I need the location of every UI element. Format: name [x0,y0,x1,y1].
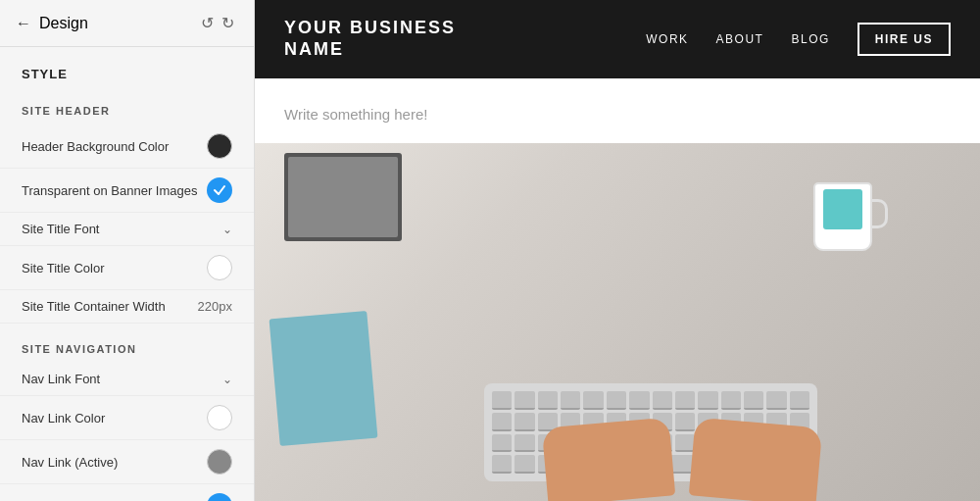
site-title-color-label: Site Title Color [22,261,105,276]
site-title-width-value: 220px [198,299,232,314]
nav-link-font-chevron[interactable]: ⌄ [222,373,232,386]
site-preview-header: YOUR BUSINESS NAME WORK ABOUT BLOG HIRE … [255,0,980,78]
hero-image-area [255,143,980,501]
nav-link-color-label: Nav Link Color [22,411,105,426]
preview-site-title: YOUR BUSINESS NAME [284,18,456,60]
nav-link-font-label: Nav Link Font [22,372,100,386]
notebook-decoration [270,311,378,446]
site-title-color-swatch[interactable] [207,255,232,280]
site-title-font-row: Site Title Font ⌄ [0,213,254,246]
content-placeholder-text: Write something here! [284,106,427,123]
enable-nav-btn-row: Enable Nav Button [0,484,254,501]
content-text-area: Write something here! [255,78,980,143]
enable-nav-btn-toggle[interactable] [207,493,232,501]
site-title-width-label: Site Title Container Width [22,299,166,314]
panel-header: ← Design ↺ ↻ [0,0,254,47]
panel-content: Style Site Header Header Background Colo… [0,47,254,501]
nav-hire-us-button[interactable]: HIRE US [858,23,951,56]
left-panel: ← Design ↺ ↻ Style Site Header Header Ba… [0,0,255,501]
transparent-banner-label: Transparent on Banner Images [22,183,197,198]
preview-content: Write something here! [255,78,980,501]
back-arrow-icon[interactable]: ← [16,15,31,32]
site-title-width-row: Site Title Container Width 220px [0,290,254,324]
style-section-title: Style [0,47,254,93]
header-bg-color-swatch[interactable] [207,133,232,159]
site-title-color-row: Site Title Color [0,246,254,290]
nav-link-blog[interactable]: BLOG [791,32,829,46]
site-title-font-chevron[interactable]: ⌄ [222,223,232,236]
desk-scene [255,143,980,501]
nav-link-work[interactable]: WORK [646,32,688,46]
hands-decoration [545,383,819,501]
site-title-font-label: Site Title Font [22,222,99,236]
mug-decoration [813,182,882,261]
nav-link-font-row: Nav Link Font ⌄ [0,363,254,396]
monitor-decoration [284,153,402,241]
redo-button[interactable]: ↻ [218,12,238,34]
transparent-banner-toggle[interactable] [207,177,232,203]
header-bg-color-label: Header Background Color [22,139,169,154]
site-nav-section-title: Site Navigation [0,331,254,363]
undo-button[interactable]: ↺ [197,12,218,34]
right-panel: YOUR BUSINESS NAME WORK ABOUT BLOG HIRE … [255,0,980,501]
site-header-section-title: Site Header [0,93,254,125]
preview-nav: WORK ABOUT BLOG HIRE US [646,23,951,56]
nav-link-about[interactable]: ABOUT [716,32,764,46]
header-bg-color-row: Header Background Color [0,125,254,169]
nav-link-active-swatch[interactable] [207,449,232,475]
nav-link-active-row: Nav Link (Active) [0,440,254,484]
panel-header-title: Design [39,15,88,32]
nav-link-active-label: Nav Link (Active) [22,455,118,470]
nav-link-color-row: Nav Link Color [0,396,254,440]
nav-link-color-swatch[interactable] [207,405,232,430]
transparent-banner-row: Transparent on Banner Images [0,169,254,213]
